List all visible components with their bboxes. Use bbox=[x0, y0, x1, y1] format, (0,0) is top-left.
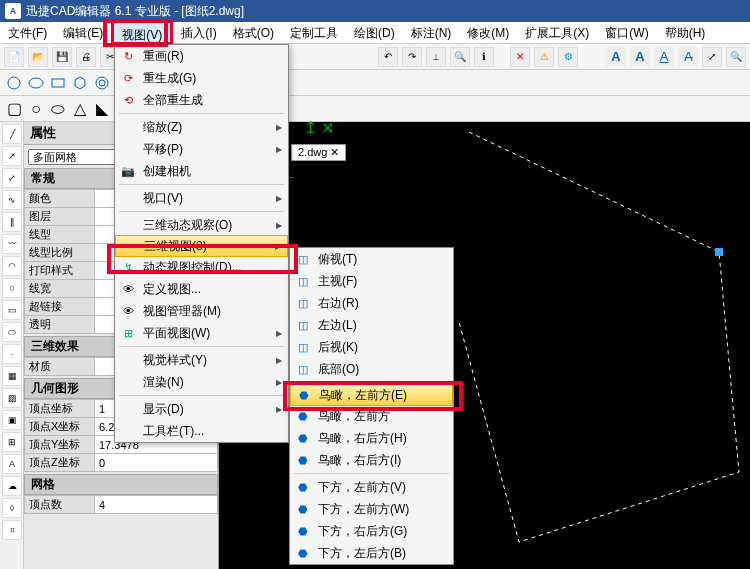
menu-zoom[interactable]: 缩放(Z) bbox=[115, 116, 288, 138]
menu-edit[interactable]: 编辑(E) bbox=[55, 22, 111, 43]
menu-ext[interactable]: 扩展工具(X) bbox=[517, 22, 597, 43]
rect-icon[interactable] bbox=[48, 73, 68, 93]
menu-render[interactable]: 渲染(N) bbox=[115, 371, 288, 393]
hex-icon[interactable] bbox=[70, 73, 90, 93]
mesh-tool-icon[interactable]: ⌗ bbox=[2, 520, 22, 540]
sub-bird-rh[interactable]: ⬣鸟瞰，右后方(I) bbox=[290, 449, 453, 471]
warn-icon[interactable]: ⚠ bbox=[534, 47, 554, 67]
menu-regen[interactable]: ⟳重生成(G) bbox=[115, 67, 288, 89]
menu-planview[interactable]: ⊞平面视图(W) bbox=[115, 322, 288, 344]
find-icon[interactable]: 🔍 bbox=[450, 47, 470, 67]
ray-tool-icon[interactable]: ↗ bbox=[2, 146, 22, 166]
menu-vstyle[interactable]: 视觉样式(Y) bbox=[115, 349, 288, 371]
svg-rect-2 bbox=[52, 79, 64, 87]
sub-bottom[interactable]: ◫底部(O) bbox=[290, 358, 453, 380]
menu-modify[interactable]: 修改(M) bbox=[459, 22, 517, 43]
prop-value[interactable]: 4 bbox=[95, 496, 218, 514]
menu-annotate[interactable]: 标注(N) bbox=[403, 22, 460, 43]
sub-top[interactable]: ◫俯视(T) bbox=[290, 248, 453, 270]
rect-tool-icon[interactable]: ▭ bbox=[2, 300, 22, 320]
sub-bird-rf[interactable]: ⬣鸟瞰，右后方(H) bbox=[290, 427, 453, 449]
menu-redraw[interactable]: ↻重画(R) bbox=[115, 45, 288, 67]
menu-dynview[interactable]: ↯动态视图控制(D)... bbox=[115, 256, 288, 278]
sub-back[interactable]: ◫后视(K) bbox=[290, 336, 453, 358]
table-tool-icon[interactable]: ⊞ bbox=[2, 432, 22, 452]
region-tool-icon[interactable]: ▣ bbox=[2, 410, 22, 430]
axis-icon[interactable]: ↥ bbox=[304, 118, 317, 137]
dim-icon[interactable]: ⟂ bbox=[426, 47, 446, 67]
block-tool-icon[interactable]: ▦ bbox=[2, 366, 22, 386]
sphere-icon[interactable]: ○ bbox=[26, 99, 46, 119]
menu-format[interactable]: 格式(O) bbox=[225, 22, 282, 43]
polyline-tool-icon[interactable]: ∿ bbox=[2, 190, 22, 210]
sub-bird-lf[interactable]: ⬣鸟瞰，左前方(E) bbox=[290, 384, 453, 406]
close-tab-icon[interactable]: ✕ bbox=[330, 146, 339, 158]
prop-key: 图层 bbox=[25, 208, 95, 226]
menu-defview[interactable]: 👁定义视图... bbox=[115, 278, 288, 300]
text-check-icon[interactable]: A̶ bbox=[678, 47, 698, 67]
ring-icon[interactable] bbox=[92, 73, 112, 93]
sub-front[interactable]: ◫主视(F) bbox=[290, 270, 453, 292]
sub-worm-lf2[interactable]: ⬣下方，左前方(W) bbox=[290, 498, 453, 520]
menu-viewport[interactable]: 视口(V) bbox=[115, 187, 288, 209]
cone-icon[interactable]: △ bbox=[70, 99, 90, 119]
axis-icon-2[interactable]: ⤨ bbox=[321, 118, 334, 137]
menu-file[interactable]: 文件(F) bbox=[0, 22, 55, 43]
menu-toolbar[interactable]: 工具栏(T)... bbox=[115, 420, 288, 442]
menu-display[interactable]: 显示(D) bbox=[115, 398, 288, 420]
line-tool-icon[interactable]: ╱ bbox=[2, 124, 22, 144]
spline-tool-icon[interactable]: 〰 bbox=[2, 234, 22, 254]
menu-view3d[interactable]: 三维视图(3) bbox=[115, 235, 288, 257]
ellipse-tool-icon[interactable]: ⬭ bbox=[2, 322, 22, 342]
text-scale-icon[interactable]: ⤢ bbox=[702, 47, 722, 67]
point-tool-icon[interactable]: · bbox=[2, 344, 22, 364]
sub-worm-lh[interactable]: ⬣下方，左后方(B) bbox=[290, 542, 453, 564]
sub-worm-rh[interactable]: ⬣下方，右后方(G) bbox=[290, 520, 453, 542]
sub-left[interactable]: ◫左边(L) bbox=[290, 314, 453, 336]
new-icon[interactable]: 📄 bbox=[4, 47, 24, 67]
text-find-icon[interactable]: 🔍 bbox=[726, 47, 746, 67]
menu-pan[interactable]: 平移(P) bbox=[115, 138, 288, 160]
menu-insert[interactable]: 插入(I) bbox=[173, 22, 224, 43]
menu-camera[interactable]: 📷创建相机 bbox=[115, 160, 288, 182]
menu-help[interactable]: 帮助(H) bbox=[657, 22, 714, 43]
cylinder-icon[interactable]: ⬭ bbox=[48, 99, 68, 119]
settings-icon[interactable]: ⚙ bbox=[558, 47, 578, 67]
open-icon[interactable]: 📂 bbox=[28, 47, 48, 67]
xline-tool-icon[interactable]: ⤢ bbox=[2, 168, 22, 188]
ellipse-icon[interactable] bbox=[26, 73, 46, 93]
doc-tab[interactable]: 2.dwg ✕ bbox=[291, 144, 346, 161]
circle-tool-icon[interactable]: ○ bbox=[2, 278, 22, 298]
mline-tool-icon[interactable]: ∥ bbox=[2, 212, 22, 232]
menu-viewmgr[interactable]: 👁视图管理器(M) bbox=[115, 300, 288, 322]
save-icon[interactable]: 💾 bbox=[52, 47, 72, 67]
text-a2-icon[interactable]: A bbox=[630, 47, 650, 67]
print-icon[interactable]: 🖨 bbox=[76, 47, 96, 67]
sub-bird-lf2[interactable]: ⬣鸟瞰，左前方 bbox=[290, 405, 453, 427]
undo-icon[interactable]: ↶ bbox=[378, 47, 398, 67]
redo-icon[interactable]: ↷ bbox=[402, 47, 422, 67]
toolbar-solids: ▢ ○ ⬭ △ ◣ ◎ ▲ bbox=[0, 96, 750, 122]
text-tool-icon[interactable]: A bbox=[2, 454, 22, 474]
menu-view[interactable]: 视图(V) bbox=[111, 20, 173, 45]
menu-draw[interactable]: 绘图(D) bbox=[346, 22, 403, 43]
sub-right[interactable]: ◫右边(R) bbox=[290, 292, 453, 314]
grip-handle[interactable] bbox=[715, 248, 723, 256]
arc-tool-icon[interactable]: ◠ bbox=[2, 256, 22, 276]
menu-window[interactable]: 窗口(W) bbox=[597, 22, 656, 43]
text-a-icon[interactable]: A bbox=[606, 47, 626, 67]
delete-icon[interactable]: ✕ bbox=[510, 47, 530, 67]
menu-custom[interactable]: 定制工具 bbox=[282, 22, 346, 43]
sub-worm-lf[interactable]: ⬣下方，左前方(V) bbox=[290, 476, 453, 498]
circle-icon[interactable] bbox=[4, 73, 24, 93]
prop-value[interactable]: 0 bbox=[95, 454, 218, 472]
menu-dyn3d[interactable]: 三维动态观察(O) bbox=[115, 214, 288, 236]
revcloud-tool-icon[interactable]: ☁ bbox=[2, 476, 22, 496]
menu-regen-all[interactable]: ⟲全部重生成 bbox=[115, 89, 288, 111]
text-ai-icon[interactable]: A bbox=[654, 47, 674, 67]
hatch-tool-icon[interactable]: ▨ bbox=[2, 388, 22, 408]
wedge-icon[interactable]: ◣ bbox=[92, 99, 112, 119]
info-icon[interactable]: ℹ bbox=[474, 47, 494, 67]
cube-icon[interactable]: ▢ bbox=[4, 99, 24, 119]
wipeout-tool-icon[interactable]: ◊ bbox=[2, 498, 22, 518]
